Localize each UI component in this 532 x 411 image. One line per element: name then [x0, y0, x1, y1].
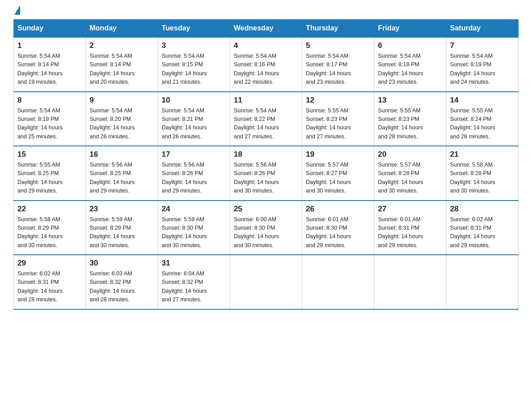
calendar-day-cell: 27Sunrise: 6:01 AMSunset: 8:31 PMDayligh… [374, 201, 446, 255]
day-info: Sunrise: 5:59 AMSunset: 8:30 PMDaylight:… [162, 215, 226, 250]
calendar-day-cell: 5Sunrise: 5:54 AMSunset: 8:17 PMDaylight… [302, 37, 374, 92]
day-info: Sunrise: 5:57 AMSunset: 8:27 PMDaylight:… [306, 161, 370, 196]
weekday-header-wednesday: Wednesday [230, 20, 302, 38]
day-info: Sunrise: 6:02 AMSunset: 8:31 PMDaylight:… [450, 215, 515, 250]
day-info: Sunrise: 5:54 AMSunset: 8:19 PMDaylight:… [17, 107, 82, 141]
day-number: 29 [17, 259, 82, 268]
day-number: 8 [17, 96, 82, 105]
logo-arrow-icon [14, 5, 20, 15]
calendar-day-cell: 1Sunrise: 5:54 AMSunset: 8:14 PMDaylight… [14, 37, 86, 92]
day-number: 4 [234, 41, 298, 50]
day-info: Sunrise: 5:58 AMSunset: 8:29 PMDaylight:… [17, 215, 82, 250]
day-info: Sunrise: 5:55 AMSunset: 8:23 PMDaylight:… [306, 107, 370, 141]
calendar-day-cell: 18Sunrise: 5:56 AMSunset: 8:26 PMDayligh… [230, 146, 302, 201]
day-number: 6 [378, 41, 442, 50]
day-number: 1 [17, 41, 82, 50]
day-number: 14 [450, 96, 515, 105]
calendar-day-cell: 28Sunrise: 6:02 AMSunset: 8:31 PMDayligh… [446, 201, 519, 255]
day-info: Sunrise: 6:04 AMSunset: 8:32 PMDaylight:… [162, 270, 226, 304]
day-info: Sunrise: 5:59 AMSunset: 8:29 PMDaylight:… [90, 215, 154, 250]
day-number: 30 [90, 259, 154, 268]
calendar-week-row: 15Sunrise: 5:55 AMSunset: 8:25 PMDayligh… [14, 146, 519, 201]
calendar-day-cell: 24Sunrise: 5:59 AMSunset: 8:30 PMDayligh… [158, 201, 230, 255]
day-info: Sunrise: 6:02 AMSunset: 8:31 PMDaylight:… [17, 270, 82, 304]
day-number: 11 [234, 96, 298, 105]
day-info: Sunrise: 6:01 AMSunset: 8:30 PMDaylight:… [306, 215, 370, 250]
day-info: Sunrise: 5:55 AMSunset: 8:23 PMDaylight:… [378, 107, 442, 141]
calendar-day-cell: 16Sunrise: 5:56 AMSunset: 8:25 PMDayligh… [86, 146, 158, 201]
day-info: Sunrise: 5:54 AMSunset: 8:15 PMDaylight:… [162, 52, 226, 87]
day-number: 12 [306, 96, 370, 105]
calendar-day-cell: 15Sunrise: 5:55 AMSunset: 8:25 PMDayligh… [14, 146, 86, 201]
day-number: 23 [90, 205, 154, 214]
day-info: Sunrise: 5:54 AMSunset: 8:14 PMDaylight:… [90, 52, 154, 87]
day-number: 5 [306, 41, 370, 50]
day-number: 13 [378, 96, 442, 105]
calendar-day-cell: 6Sunrise: 5:54 AMSunset: 8:18 PMDaylight… [374, 37, 446, 92]
calendar-day-cell: 11Sunrise: 5:54 AMSunset: 8:22 PMDayligh… [230, 92, 302, 146]
calendar-day-cell: 13Sunrise: 5:55 AMSunset: 8:23 PMDayligh… [374, 92, 446, 146]
calendar-day-cell: 26Sunrise: 6:01 AMSunset: 8:30 PMDayligh… [302, 201, 374, 255]
calendar-day-cell: 7Sunrise: 5:54 AMSunset: 8:19 PMDaylight… [446, 37, 519, 92]
calendar-day-cell: 2Sunrise: 5:54 AMSunset: 8:14 PMDaylight… [86, 37, 158, 92]
day-number: 9 [90, 96, 154, 105]
calendar-day-cell: 21Sunrise: 5:58 AMSunset: 8:28 PMDayligh… [446, 146, 519, 201]
day-number: 26 [306, 205, 370, 214]
calendar-day-cell: 3Sunrise: 5:54 AMSunset: 8:15 PMDaylight… [158, 37, 230, 92]
day-info: Sunrise: 5:56 AMSunset: 8:26 PMDaylight:… [234, 161, 298, 196]
day-info: Sunrise: 6:00 AMSunset: 8:30 PMDaylight:… [234, 215, 298, 250]
calendar-day-cell: 25Sunrise: 6:00 AMSunset: 8:30 PMDayligh… [230, 201, 302, 255]
day-info: Sunrise: 5:54 AMSunset: 8:18 PMDaylight:… [378, 52, 442, 87]
day-info: Sunrise: 5:54 AMSunset: 8:20 PMDaylight:… [90, 107, 154, 141]
day-info: Sunrise: 5:54 AMSunset: 8:17 PMDaylight:… [306, 52, 370, 87]
calendar-day-cell: 10Sunrise: 5:54 AMSunset: 8:21 PMDayligh… [158, 92, 230, 146]
day-number: 2 [90, 41, 154, 50]
day-info: Sunrise: 5:55 AMSunset: 8:24 PMDaylight:… [450, 107, 515, 141]
calendar-day-cell: 23Sunrise: 5:59 AMSunset: 8:29 PMDayligh… [86, 201, 158, 255]
calendar-day-cell: 17Sunrise: 5:56 AMSunset: 8:26 PMDayligh… [158, 146, 230, 201]
calendar-day-cell [374, 255, 446, 309]
weekday-header-saturday: Saturday [446, 20, 519, 38]
calendar-day-cell: 9Sunrise: 5:54 AMSunset: 8:20 PMDaylight… [86, 92, 158, 146]
day-info: Sunrise: 5:54 AMSunset: 8:22 PMDaylight:… [234, 107, 298, 141]
calendar-day-cell: 20Sunrise: 5:57 AMSunset: 8:28 PMDayligh… [374, 146, 446, 201]
weekday-header-thursday: Thursday [302, 20, 374, 38]
calendar-week-row: 1Sunrise: 5:54 AMSunset: 8:14 PMDaylight… [14, 37, 519, 92]
day-number: 10 [162, 96, 226, 105]
calendar-week-row: 22Sunrise: 5:58 AMSunset: 8:29 PMDayligh… [14, 201, 519, 255]
day-number: 25 [234, 205, 298, 214]
day-info: Sunrise: 5:54 AMSunset: 8:14 PMDaylight:… [17, 52, 82, 87]
day-info: Sunrise: 5:57 AMSunset: 8:28 PMDaylight:… [378, 161, 442, 196]
day-info: Sunrise: 5:56 AMSunset: 8:25 PMDaylight:… [90, 161, 154, 196]
day-info: Sunrise: 5:56 AMSunset: 8:26 PMDaylight:… [162, 161, 226, 196]
day-number: 20 [378, 150, 442, 159]
day-number: 15 [17, 150, 82, 159]
calendar-day-cell: 30Sunrise: 6:03 AMSunset: 8:32 PMDayligh… [86, 255, 158, 309]
calendar-week-row: 8Sunrise: 5:54 AMSunset: 8:19 PMDaylight… [14, 92, 519, 146]
weekday-header-friday: Friday [374, 20, 446, 38]
calendar-day-cell: 22Sunrise: 5:58 AMSunset: 8:29 PMDayligh… [14, 201, 86, 255]
day-info: Sunrise: 5:54 AMSunset: 8:21 PMDaylight:… [162, 107, 226, 141]
day-info: Sunrise: 6:03 AMSunset: 8:32 PMDaylight:… [90, 270, 154, 304]
day-number: 28 [450, 205, 515, 214]
weekday-header-sunday: Sunday [14, 20, 86, 38]
weekday-header-row: SundayMondayTuesdayWednesdayThursdayFrid… [14, 20, 519, 38]
day-number: 3 [162, 41, 226, 50]
day-number: 19 [306, 150, 370, 159]
calendar-day-cell [230, 255, 302, 309]
day-info: Sunrise: 5:55 AMSunset: 8:25 PMDaylight:… [17, 161, 82, 196]
calendar-day-cell: 29Sunrise: 6:02 AMSunset: 8:31 PMDayligh… [14, 255, 86, 309]
page-header [13, 9, 519, 15]
day-info: Sunrise: 6:01 AMSunset: 8:31 PMDaylight:… [378, 215, 442, 250]
day-number: 22 [17, 205, 82, 214]
calendar-day-cell: 4Sunrise: 5:54 AMSunset: 8:16 PMDaylight… [230, 37, 302, 92]
calendar-day-cell: 8Sunrise: 5:54 AMSunset: 8:19 PMDaylight… [14, 92, 86, 146]
calendar-day-cell: 14Sunrise: 5:55 AMSunset: 8:24 PMDayligh… [446, 92, 519, 146]
calendar-table: SundayMondayTuesdayWednesdayThursdayFrid… [13, 19, 519, 310]
day-info: Sunrise: 5:54 AMSunset: 8:16 PMDaylight:… [234, 52, 298, 87]
weekday-header-monday: Monday [86, 20, 158, 38]
calendar-day-cell: 19Sunrise: 5:57 AMSunset: 8:27 PMDayligh… [302, 146, 374, 201]
calendar-day-cell: 12Sunrise: 5:55 AMSunset: 8:23 PMDayligh… [302, 92, 374, 146]
day-info: Sunrise: 5:58 AMSunset: 8:28 PMDaylight:… [450, 161, 515, 196]
day-number: 31 [162, 259, 226, 268]
